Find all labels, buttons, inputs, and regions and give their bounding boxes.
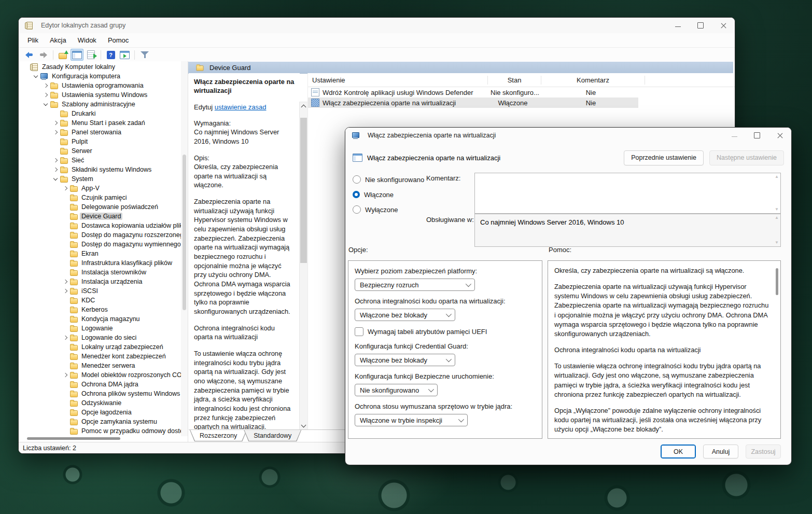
expand-icon[interactable]: [51, 128, 60, 136]
tree-vscroll-thumb[interactable]: [183, 155, 186, 310]
expand-icon[interactable]: [51, 165, 60, 174]
tree-item-device-guard[interactable]: Device Guard: [19, 212, 181, 221]
tab-standardowy[interactable]: Standardowy: [244, 430, 301, 441]
tree-item-menu-start-i-pasek-zada[interactable]: Menu Start i pasek zadań: [19, 118, 181, 128]
expand-icon[interactable]: [61, 184, 69, 192]
tree-item-drukarki[interactable]: Drukarki: [19, 109, 181, 118]
cancel-button[interactable]: Anuluj: [703, 444, 738, 459]
tree-item-konfiguracja-komputera[interactable]: Konfiguracja komputera: [19, 72, 181, 81]
tree-item-pomoc-w-przypadku-odmowy-dost-pu[interactable]: Pomoc w przypadku odmowy dostępu: [19, 426, 181, 436]
tree-item-dostawca-kopiowania-udzia-w-plik-w[interactable]: Dostawca kopiowania udziałów plików: [19, 221, 181, 230]
tree-item-ochrona-dma-j-dra[interactable]: Ochrona DMA jądra: [19, 380, 181, 389]
next-setting-button[interactable]: Następne ustawienie: [709, 150, 784, 165]
expand-icon[interactable]: [51, 156, 60, 164]
tree-item-ochrona-plik-w-systemu-windows[interactable]: Ochrona plików systemu Windows: [19, 389, 181, 398]
comment-scroll-down-icon[interactable]: ▼: [775, 207, 779, 212]
scroll-down-icon[interactable]: [300, 422, 307, 429]
tree-item-zasady-komputer-lokalny[interactable]: Zasady Komputer lokalny: [19, 62, 181, 72]
tree-item-logowanie-do-sieci[interactable]: Logowanie do sieci: [19, 333, 181, 342]
description-scroll-thumb[interactable]: [300, 118, 307, 263]
minimize-button[interactable]: [723, 128, 746, 143]
collapse-icon[interactable]: [51, 175, 60, 183]
radio-unchecked-icon[interactable]: [353, 175, 361, 184]
tree-item-opcje-agodzenia[interactable]: Opcje łagodzenia: [19, 408, 181, 417]
tree-item-panel-sterowania[interactable]: Panel sterowania: [19, 128, 181, 137]
tree-horizontal-scrollbar[interactable]: [24, 437, 179, 440]
toolbar-folder-up-button[interactable]: [57, 49, 69, 61]
tree-item-szablony-administracyjne[interactable]: Szablony administracyjne: [19, 100, 181, 109]
comment-textarea[interactable]: ▲ ▼: [474, 173, 781, 214]
tree-item-mened-er-kont-zabezpiecze[interactable]: Menedżer kont zabezpieczeń: [19, 352, 181, 361]
column-header-state[interactable]: Stan: [488, 76, 541, 85]
checkbox-wymagaj-tabeli-atrybut-w-pami-ci-uefi[interactable]: Wymagaj tabeli atrybutów pamięci UEFI: [355, 327, 536, 336]
expand-icon[interactable]: [41, 81, 50, 90]
expand-icon[interactable]: [51, 119, 60, 127]
maximize-button[interactable]: [689, 18, 712, 33]
radio-option-wy-czone[interactable]: Wyłączone: [353, 205, 424, 214]
comment-scroll-up-icon[interactable]: ▲: [775, 175, 779, 179]
radio-option-nie-skonfigurowano[interactable]: Nie skonfigurowano: [353, 175, 424, 184]
radio-checked-icon[interactable]: [353, 191, 360, 198]
minimize-button[interactable]: [666, 18, 689, 33]
gpedit-title-bar[interactable]: Edytor lokalnych zasad grupy: [19, 18, 735, 33]
apply-button[interactable]: Zastosuj: [746, 444, 781, 459]
toolbar-console-button[interactable]: [118, 49, 131, 61]
expand-icon[interactable]: [61, 334, 69, 342]
column-header-setting[interactable]: Ustawienie: [308, 76, 488, 85]
tree-item-ustawienia-oprogramowania[interactable]: Ustawienia oprogramowania: [19, 81, 181, 90]
ok-button[interactable]: OK: [661, 444, 696, 459]
previous-setting-button[interactable]: Poprzednie ustawienie: [624, 150, 704, 165]
toolbar-help-button[interactable]: [104, 49, 117, 61]
tree-item-logowanie[interactable]: Logowanie: [19, 324, 181, 333]
tree-item-sk-adniki-systemu-windows[interactable]: Składniki systemu Windows: [19, 165, 181, 174]
tree-item-model-obiekt-w-rozproszonych-com[interactable]: Model obiektów rozproszonych COM: [19, 370, 181, 380]
tree-item-dost-p-do-magazynu-rozszerzonego[interactable]: Dostęp do magazynu rozszerzonego: [19, 230, 181, 240]
tree-item-instalacja-sterownik-w[interactable]: Instalacja sterowników: [19, 268, 181, 277]
expand-icon[interactable]: [61, 277, 69, 286]
close-button[interactable]: [712, 18, 735, 33]
tree-item-mened-er-serwera[interactable]: Menedżer serwera: [19, 361, 181, 370]
edit-policy-link[interactable]: ustawienie zasad: [215, 103, 267, 111]
tree-item-iscsi[interactable]: iSCSI: [19, 286, 181, 296]
menu-widok[interactable]: Widok: [72, 34, 102, 46]
setting-row-w-cz-zabezpieczenia-oparte-na-wirtualizacji[interactable]: Włącz zabezpieczenia oparte na wirtualiz…: [308, 98, 638, 108]
tree-item-kondycja-magazynu[interactable]: Kondycja magazynu: [19, 314, 181, 324]
column-header-comment[interactable]: Komentarz: [541, 76, 645, 85]
dropdown-konfiguracja-funkcji-bezpieczne-uruchomienie[interactable]: Nie skonfigurowano: [355, 384, 438, 396]
radio-unchecked-icon[interactable]: [353, 205, 361, 214]
collapse-icon[interactable]: [32, 72, 40, 80]
checkbox-unchecked-icon[interactable]: [355, 327, 363, 336]
toolbar-forward-button[interactable]: [37, 49, 50, 61]
dropdown-ochrona-integralno-ci-kodu-oparta-na-wirtualizacji[interactable]: Włączone bez blokady: [355, 309, 455, 321]
menu-plik[interactable]: Plik: [22, 34, 44, 46]
tree-item-instalacja-urz-dzenia[interactable]: Instalacja urządzenia: [19, 277, 181, 286]
tab-rozszerzony[interactable]: Rozszerzony: [190, 430, 247, 441]
collapse-icon[interactable]: [41, 100, 50, 108]
tree-item-pulpit[interactable]: Pulpit: [19, 137, 181, 146]
description-scrollbar[interactable]: [299, 102, 308, 430]
close-button[interactable]: [768, 128, 791, 143]
tree-hscroll-thumb[interactable]: [27, 437, 120, 440]
expand-icon[interactable]: [61, 371, 69, 379]
dropdown-ochrona-stosu-wymuszana-sprz-towo-w-trybie-j-dra[interactable]: Włączone w trybie inspekcji: [355, 414, 468, 426]
radio-option-w-czone[interactable]: Włączone: [353, 190, 424, 199]
expand-icon[interactable]: [61, 287, 69, 295]
toolbar-filter-button[interactable]: [138, 49, 151, 61]
maximize-button[interactable]: [746, 128, 768, 143]
tree-item-delegowanie-po-wiadcze[interactable]: Delegowanie poświadczeń: [19, 202, 181, 212]
tree-item-czujnik-pami-ci[interactable]: Czujnik pamięci: [19, 193, 181, 202]
tree-item-sie[interactable]: Sieć: [19, 156, 181, 165]
expand-icon[interactable]: [41, 91, 50, 99]
toolbar-toggle-tree-button[interactable]: [71, 49, 83, 61]
tree-item-kdc[interactable]: KDC: [19, 296, 181, 305]
tree-item-lokalny-urz-d-zabezpiecze[interactable]: Lokalny urząd zabezpieczeń: [19, 342, 181, 352]
tree-item-serwer[interactable]: Serwer: [19, 146, 181, 156]
tree-vertical-scrollbar[interactable]: [181, 61, 188, 436]
tree-item-opcje-zamykania-systemu[interactable]: Opcje zamykania systemu: [19, 417, 181, 426]
menu-akcja[interactable]: Akcja: [44, 34, 72, 46]
scroll-up-icon[interactable]: [300, 102, 307, 109]
dropdown-konfiguracja-funkcji-credential-guard[interactable]: Włączone bez blokady: [355, 354, 455, 366]
dropdown-wybierz-poziom-zabezpiecze-platformy[interactable]: Bezpieczny rozruch: [355, 279, 475, 291]
dialog-title-bar[interactable]: Włącz zabezpieczenia oparte na wirtualiz…: [345, 128, 791, 143]
help-scroll-thumb[interactable]: [776, 268, 778, 295]
